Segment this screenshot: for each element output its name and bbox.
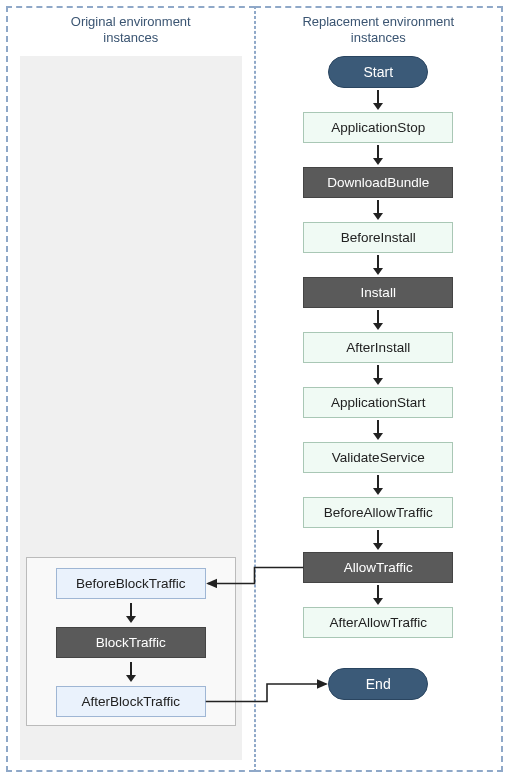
block-traffic-group: BeforeBlockTraffic BlockTraffic AfterBlo… <box>26 557 236 726</box>
replacement-env-title-line2: instances <box>351 30 406 45</box>
start-terminator: Start <box>328 56 428 88</box>
original-env-title-line2: instances <box>103 30 158 45</box>
node-after-install: AfterInstall <box>303 332 453 363</box>
node-after-allow-traffic: AfterAllowTraffic <box>303 607 453 638</box>
replacement-env-column: Replacement environment instances Start … <box>255 6 504 772</box>
replacement-env-title: Replacement environment instances <box>302 14 454 48</box>
node-download-bundle: DownloadBundle <box>303 167 453 198</box>
replacement-env-title-line1: Replacement environment <box>302 14 454 29</box>
node-install: Install <box>303 277 453 308</box>
node-validate-service: ValidateService <box>303 442 453 473</box>
original-env-title-line1: Original environment <box>71 14 191 29</box>
node-before-install: BeforeInstall <box>303 222 453 253</box>
node-before-block-traffic: BeforeBlockTraffic <box>56 568 206 599</box>
original-env-body: BeforeBlockTraffic BlockTraffic AfterBlo… <box>20 56 242 760</box>
node-application-start: ApplicationStart <box>303 387 453 418</box>
node-after-block-traffic: AfterBlockTraffic <box>56 686 206 717</box>
original-env-title: Original environment instances <box>71 14 191 48</box>
node-block-traffic: BlockTraffic <box>56 627 206 658</box>
deployment-lifecycle-diagram: Original environment instances BeforeBlo… <box>6 6 503 772</box>
replacement-flow: Start ApplicationStop DownloadBundle Bef… <box>268 56 490 700</box>
original-env-column: Original environment instances BeforeBlo… <box>6 6 255 772</box>
node-allow-traffic: AllowTraffic <box>303 552 453 583</box>
node-application-stop: ApplicationStop <box>303 112 453 143</box>
end-terminator: End <box>328 668 428 700</box>
node-before-allow-traffic: BeforeAllowTraffic <box>303 497 453 528</box>
